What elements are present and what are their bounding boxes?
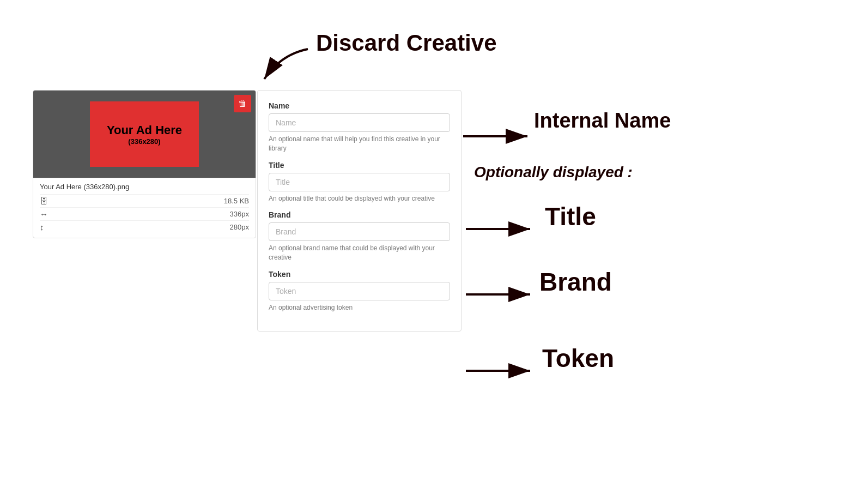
name-label: Name bbox=[269, 101, 450, 110]
token-group: Token An optional advertising token bbox=[269, 270, 450, 312]
database-icon: 🗄 bbox=[40, 196, 48, 206]
brand-input[interactable] bbox=[269, 222, 450, 241]
file-width-value: 336px bbox=[230, 210, 249, 218]
token-hint: An optional advertising token bbox=[269, 303, 450, 312]
arrow-title-annotation bbox=[466, 215, 537, 245]
file-width-row: ↔ 336px bbox=[40, 207, 249, 220]
token-input[interactable] bbox=[269, 282, 450, 300]
token-annotation-label: Token bbox=[542, 344, 614, 373]
arrow-brand-annotation bbox=[466, 281, 537, 310]
title-annotation-label: Title bbox=[545, 202, 596, 231]
left-panel: Your Ad Here (336x280) 🗑 Your Ad Here (3… bbox=[33, 90, 256, 238]
ad-preview-text: Your Ad Here bbox=[107, 123, 182, 137]
title-input[interactable] bbox=[269, 173, 450, 191]
name-hint: An optional name that will help you find… bbox=[269, 135, 450, 153]
title-group: Title An optional title that could be di… bbox=[269, 161, 450, 203]
title-hint: An optional title that could be displaye… bbox=[269, 194, 450, 203]
file-info: Your Ad Here (336x280).png 🗄 18.5 KB ↔ 3… bbox=[33, 178, 256, 238]
file-size-value: 18.5 KB bbox=[224, 197, 249, 205]
file-height-row: ↕ 280px bbox=[40, 220, 249, 233]
arrow-internal-name bbox=[463, 123, 534, 152]
form-panel: Name An optional name that will help you… bbox=[257, 90, 462, 332]
ad-preview: Your Ad Here (336x280) 🗑 bbox=[33, 91, 256, 178]
height-icon: ↕ bbox=[40, 222, 44, 232]
file-size-row: 🗄 18.5 KB bbox=[40, 194, 249, 207]
optionally-displayed-label: Optionally displayed : bbox=[474, 164, 633, 181]
name-input[interactable] bbox=[269, 113, 450, 132]
arrow-discard bbox=[253, 44, 319, 89]
name-group: Name An optional name that will help you… bbox=[269, 101, 450, 153]
file-name: Your Ad Here (336x280).png bbox=[40, 183, 249, 191]
brand-label: Brand bbox=[269, 210, 450, 219]
arrow-token-annotation bbox=[466, 357, 537, 387]
token-label: Token bbox=[269, 270, 450, 279]
ad-preview-inner: Your Ad Here (336x280) bbox=[90, 101, 199, 167]
title-label: Title bbox=[269, 161, 450, 170]
discard-creative-label: Discard Creative bbox=[316, 30, 497, 56]
brand-hint: An optional brand name that could be dis… bbox=[269, 244, 450, 262]
width-icon: ↔ bbox=[40, 209, 48, 219]
ad-preview-sub: (336x280) bbox=[128, 137, 160, 146]
file-height-value: 280px bbox=[230, 223, 249, 231]
trash-icon: 🗑 bbox=[238, 99, 247, 109]
trash-button[interactable]: 🗑 bbox=[234, 95, 251, 112]
internal-name-label: Internal Name bbox=[534, 109, 671, 132]
brand-group: Brand An optional brand name that could … bbox=[269, 210, 450, 262]
brand-annotation-label: Brand bbox=[539, 267, 612, 297]
